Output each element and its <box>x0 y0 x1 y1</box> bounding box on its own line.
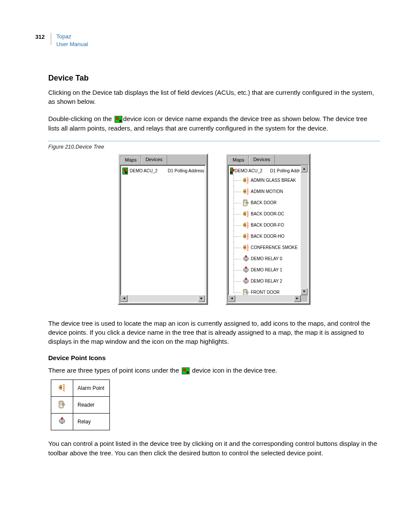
tab-maps[interactable]: Maps <box>120 156 141 165</box>
alarm-icon <box>242 188 250 196</box>
tree-connector <box>230 220 241 231</box>
scrollbar-corner <box>301 295 308 302</box>
device-icon <box>115 116 122 123</box>
horizontal-scrollbar[interactable]: ◄ ► <box>228 295 301 302</box>
device-icon <box>122 168 128 174</box>
device-icon-inline <box>115 115 122 124</box>
reader-icon <box>51 397 73 414</box>
tree-node[interactable]: FRONT DOOR <box>230 287 300 295</box>
figure-row: Maps Devices DEMO ACU_2 D1 Polling Addre… <box>48 153 380 305</box>
tree-node[interactable]: ADMIN GLASS BREAK <box>230 175 300 186</box>
tree-connector <box>230 264 241 276</box>
tree-connector <box>230 208 241 220</box>
tree-area: DEMO ACU_2 D1 Polling Addr ADMIN GLASS B… <box>227 165 308 303</box>
paragraph-2: Double-clicking on the device icon or de… <box>48 114 380 133</box>
tree-node[interactable]: DEMO RELAY 1 <box>230 264 300 276</box>
paragraph-5: You can control a point listed in the de… <box>48 439 380 457</box>
device-tree-collapsed: Maps Devices DEMO ACU_2 D1 Polling Addre… <box>118 153 208 305</box>
page-number: 312 <box>35 33 45 41</box>
tree-connector <box>230 175 241 186</box>
device-tree-expanded: Maps Devices DEMO ACU_2 D1 Polling Addr … <box>225 153 311 305</box>
tree-children: ADMIN GLASS BREAKADMIN MOTIONBACK DOORBA… <box>230 175 300 295</box>
tab-bar: Maps Devices <box>226 154 310 165</box>
product-name: Topaz <box>56 33 72 40</box>
tree-node[interactable]: BACK DOOR-DC <box>230 208 300 220</box>
reader-icon <box>242 289 250 295</box>
tree-node[interactable]: DEMO RELAY 0 <box>230 253 300 264</box>
tree-connector <box>230 287 241 295</box>
vertical-scrollbar[interactable]: ▲ ▼ <box>301 165 308 295</box>
tree-node-label: ADMIN GLASS BREAK <box>251 178 296 183</box>
scroll-down-button[interactable]: ▼ <box>301 288 308 295</box>
alarm-icon <box>242 221 250 229</box>
tree-root-address: D1 Polling Addr <box>270 168 300 173</box>
tree-node[interactable]: BACK DOOR-HO <box>230 231 300 242</box>
tree-viewport[interactable]: DEMO ACU_2 D1 Polling Address <box>121 165 205 295</box>
reader-icon <box>242 199 250 207</box>
tree-root-row[interactable]: DEMO ACU_2 D1 Polling Address <box>122 167 204 175</box>
tree-viewport[interactable]: DEMO ACU_2 D1 Polling Addr ADMIN GLASS B… <box>228 165 301 295</box>
tree-connector <box>230 242 241 253</box>
tree-root-address: D1 Polling Address <box>168 168 205 173</box>
relay-icon <box>51 414 73 430</box>
scroll-track[interactable] <box>301 172 308 288</box>
tree-connector <box>230 231 241 242</box>
tree-root-row[interactable]: DEMO ACU_2 D1 Polling Addr <box>230 167 300 175</box>
legend-label: Reader <box>73 397 110 414</box>
paragraph-3: The device tree is used to locate the ma… <box>48 319 380 346</box>
scroll-up-button[interactable]: ▲ <box>301 165 308 172</box>
tree-node-label: BACK DOOR-HO <box>251 234 284 239</box>
device-icon-inline <box>182 366 190 375</box>
tree-node-label: BACK DOOR-DC <box>251 212 284 216</box>
tree-node-label: ADMIN MOTION <box>251 189 283 194</box>
tree-node-label: FRONT DOOR <box>251 290 280 295</box>
horizontal-scrollbar[interactable]: ◄ ► <box>121 295 205 302</box>
tree-node-label: BACK DOOR <box>251 200 277 205</box>
tab-bar: Maps Devices <box>118 154 207 165</box>
tree-connector <box>230 253 241 264</box>
scroll-left-button[interactable]: ◄ <box>121 295 128 302</box>
alarm-icon <box>51 380 73 397</box>
figure-caption: Figure 210.Device Tree <box>48 144 380 150</box>
legend-row: Alarm Point <box>51 380 110 397</box>
tree-node-label: CONFERENCE SMOKE <box>251 245 298 250</box>
figure-top-rule <box>48 141 380 141</box>
tree-node[interactable]: BACK DOOR-FO <box>230 220 300 231</box>
scroll-track[interactable] <box>128 295 198 302</box>
scroll-left-button[interactable]: ◄ <box>228 295 235 302</box>
header-divider <box>51 33 51 45</box>
scroll-track[interactable] <box>235 295 294 302</box>
tree-node-label: BACK DOOR-FO <box>251 223 284 227</box>
tree-node[interactable]: DEMO RELAY 2 <box>230 276 300 287</box>
relay-icon <box>242 277 250 285</box>
tree-root-name: DEMO ACU_2 <box>130 168 157 173</box>
tree-node[interactable]: CONFERENCE SMOKE <box>230 242 300 253</box>
alarm-icon <box>242 233 250 240</box>
legend-row: Reader <box>51 397 110 414</box>
tree-root-name: DEMO ACU_2 <box>235 168 262 173</box>
paragraph-4: There are three types of point icons und… <box>48 366 380 376</box>
tree-node[interactable]: BACK DOOR <box>230 197 300 208</box>
scroll-right-button[interactable]: ► <box>294 295 301 302</box>
alarm-icon <box>242 177 250 184</box>
manual-subtitle: User Manual <box>56 41 88 47</box>
tree-connector <box>230 186 241 197</box>
tab-maps[interactable]: Maps <box>228 156 249 165</box>
tree-connector <box>230 276 241 287</box>
page: 312 Topaz User Manual Device Tab Clickin… <box>0 0 411 532</box>
tree-node-label: DEMO RELAY 1 <box>251 268 282 272</box>
tree-node-label: DEMO RELAY 0 <box>251 256 282 261</box>
device-icon <box>182 367 190 374</box>
scroll-right-button[interactable]: ► <box>198 295 205 302</box>
tab-devices[interactable]: Devices <box>141 155 167 165</box>
tree-node-label: DEMO RELAY 2 <box>251 279 282 283</box>
tab-devices[interactable]: Devices <box>249 155 275 165</box>
sub-heading: Device Point Icons <box>48 354 380 361</box>
legend-row: Relay <box>51 414 110 430</box>
tree-node[interactable]: ADMIN MOTION <box>230 186 300 197</box>
paragraph-2a: Double-clicking on the <box>48 115 114 122</box>
header-title-block: Topaz User Manual <box>56 33 88 48</box>
alarm-icon <box>242 210 250 218</box>
paragraph-4a: There are three types of point icons und… <box>48 367 181 374</box>
section-heading: Device Tab <box>48 74 380 83</box>
